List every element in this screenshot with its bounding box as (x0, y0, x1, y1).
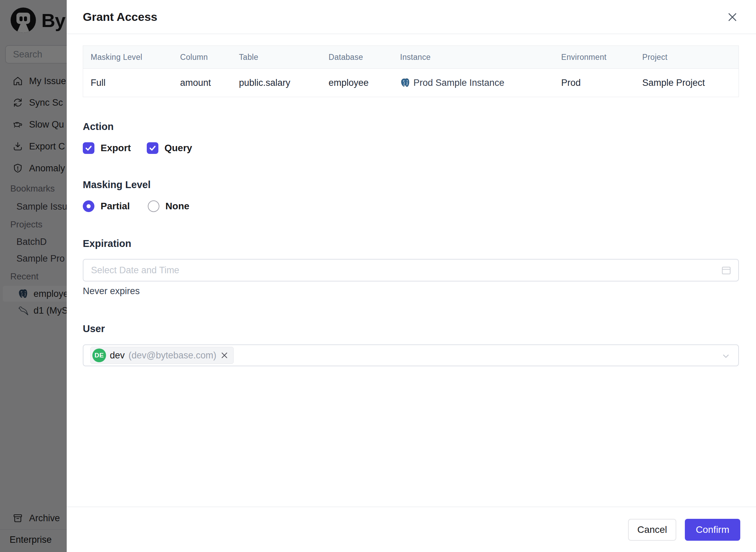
expiration-note: Never expires (83, 286, 739, 297)
checkbox-checked-icon (83, 142, 94, 154)
user-select[interactable]: DE dev (dev@bytebase.com) (83, 344, 739, 366)
col-table: Table (232, 46, 321, 69)
query-checkbox[interactable]: Query (147, 142, 192, 154)
radio-unselected-icon (148, 200, 159, 212)
cell-environment: Prod (554, 69, 635, 97)
dialog-footer: Cancel Confirm (67, 507, 756, 552)
instance-name: Prod Sample Instance (414, 78, 505, 88)
action-heading: Action (83, 120, 739, 133)
col-instance: Instance (393, 46, 554, 69)
export-checkbox[interactable]: Export (83, 142, 131, 154)
cell-project: Sample Project (635, 69, 739, 97)
checkbox-checked-icon (147, 142, 158, 154)
expiration-heading: Expiration (83, 237, 739, 250)
calendar-icon (721, 265, 731, 275)
grant-target-table: Masking Level Column Table Database Inst… (83, 45, 739, 97)
cancel-button[interactable]: Cancel (628, 519, 676, 541)
table-row: Full amount public.salary employee Prod … (83, 69, 739, 97)
expiration-datetime-picker (83, 259, 739, 281)
chevron-down-icon (721, 351, 731, 361)
partial-radio[interactable]: Partial (83, 200, 130, 212)
table-header-row: Masking Level Column Table Database Inst… (83, 46, 739, 69)
cell-database: employee (321, 69, 393, 97)
expiration-input[interactable] (83, 259, 739, 281)
user-heading: User (83, 323, 739, 335)
user-name: dev (110, 350, 125, 361)
col-database: Database (321, 46, 393, 69)
col-column: Column (173, 46, 232, 69)
remove-user-button[interactable] (220, 351, 229, 359)
dialog-body: Masking Level Column Table Database Inst… (67, 34, 756, 366)
action-checkbox-group: Export Query (83, 142, 739, 154)
col-environment: Environment (554, 46, 635, 69)
user-email: (dev@bytebase.com) (129, 350, 217, 361)
masking-level-heading: Masking Level (83, 179, 739, 191)
user-avatar: DE (92, 349, 106, 362)
confirm-button[interactable]: Confirm (685, 519, 740, 541)
remove-icon (220, 351, 229, 359)
dialog-header: Grant Access (67, 0, 756, 34)
radio-selected-icon (83, 200, 94, 212)
col-masking-level: Masking Level (83, 46, 173, 69)
col-project: Project (635, 46, 739, 69)
dialog-title: Grant Access (83, 10, 157, 24)
masking-radio-group: Partial None (83, 200, 739, 212)
postgresql-icon (400, 78, 410, 88)
cell-column: amount (173, 69, 232, 97)
grant-access-dialog: Grant Access Masking Level Column Table … (67, 0, 756, 552)
cell-table: public.salary (232, 69, 321, 97)
none-radio[interactable]: None (148, 200, 190, 212)
close-button[interactable] (726, 11, 739, 24)
cell-masking-level: Full (83, 69, 173, 97)
cell-instance: Prod Sample Instance (393, 69, 554, 97)
close-icon (727, 11, 738, 23)
user-tag: DE dev (dev@bytebase.com) (90, 347, 234, 364)
modal-overlay[interactable] (0, 0, 67, 552)
